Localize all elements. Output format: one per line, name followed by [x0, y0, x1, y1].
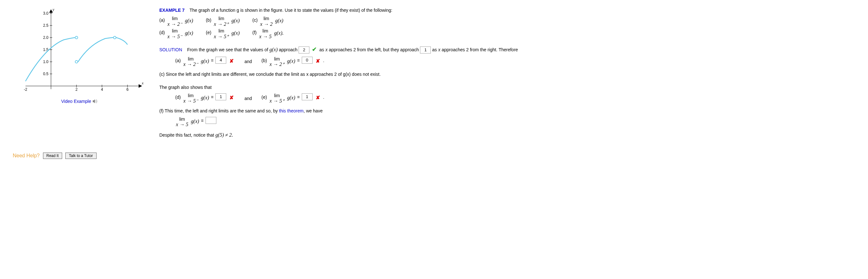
parts-row-1: (a) limx → 2⁻ g(x) (b) limx → 2⁺ g(x) (c…: [159, 16, 855, 27]
despite-text: Despite this fact, notice that g(5) ≠ 2.: [159, 131, 855, 140]
sound-icon: [92, 99, 98, 103]
svg-point-24: [75, 61, 78, 63]
svg-text:6: 6: [126, 87, 129, 92]
example-header: EXAMPLE 7 The graph of a function g is s…: [159, 6, 855, 14]
right-panel: EXAMPLE 7 The graph of a function g is s…: [159, 6, 855, 140]
svg-text:2.0: 2.0: [43, 35, 49, 40]
svg-marker-26: [93, 99, 95, 103]
part-e: (e) limx → 5⁺ g(x): [206, 29, 240, 39]
svg-text:-2: -2: [24, 87, 27, 92]
talk-to-tutor-button[interactable]: Talk to a Tutor: [65, 153, 96, 159]
graph-also-text: The graph also shows that: [159, 84, 855, 91]
svg-text:0.5: 0.5: [43, 72, 49, 76]
left-panel: y x 0.5 1.0 1.5 2.0 2.5 3.0: [13, 6, 147, 104]
example-label: EXAMPLE 7: [159, 8, 185, 13]
check-icon: ✔: [312, 46, 317, 53]
eq-f-row: limx → 5 g(x) =: [175, 117, 855, 127]
function-graph: y x 0.5 1.0 1.5 2.0 2.5 3.0: [13, 6, 147, 96]
theorem-link[interactable]: this theorem: [279, 108, 304, 113]
eq-ab-row: (a) limx → 2⁻ g(x) = 4 ✘ and (b) limx → …: [175, 57, 855, 67]
prompt-text: The graph of a function g is shown in th…: [190, 8, 393, 13]
answer-box-a[interactable]: 4: [215, 57, 226, 64]
svg-text:3.0: 3.0: [43, 11, 49, 16]
need-help-label: Need Help?: [13, 153, 40, 159]
solution-block: SOLUTION From the graph we see that the …: [159, 44, 855, 55]
parts-row-2: (d) limx → 5⁻ g(x) (e) limx → 5⁺ g(x) (f…: [159, 29, 855, 39]
x-icon: ✘: [229, 93, 234, 102]
svg-text:1.0: 1.0: [43, 60, 49, 64]
answer-box-1[interactable]: 2: [299, 46, 309, 54]
x-icon: ✘: [316, 93, 320, 102]
svg-text:y: y: [52, 7, 55, 12]
svg-text:2.5: 2.5: [43, 23, 49, 28]
svg-text:2: 2: [75, 87, 78, 92]
part-b: (b) limx → 2⁺ g(x): [206, 16, 240, 27]
part-f: (f) limx → 5 g(x).: [252, 29, 284, 39]
x-icon: ✘: [316, 57, 320, 66]
svg-point-23: [75, 36, 78, 39]
part-d: (d) limx → 5⁻ g(x): [159, 29, 193, 39]
x-icon: ✘: [229, 57, 234, 66]
part-a: (a) limx → 2⁻ g(x): [159, 16, 193, 27]
answer-box-b[interactable]: 0: [302, 57, 313, 64]
video-example-link[interactable]: Video Example: [61, 99, 98, 104]
answer-box-d[interactable]: 1: [215, 93, 226, 100]
svg-text:4: 4: [101, 87, 103, 92]
answer-box-e[interactable]: 1: [302, 93, 313, 100]
answer-box-f[interactable]: [206, 117, 216, 124]
read-it-button[interactable]: Read It: [43, 153, 62, 159]
part-c-text: (c) Since the left and right limits are …: [159, 70, 855, 79]
svg-text:x: x: [142, 81, 144, 85]
part-f-text: (f) This time, the left and right limits…: [159, 107, 855, 115]
svg-point-25: [114, 36, 116, 39]
eq-de-row: (d) limx → 5⁻ g(x) = 1 ✘ and (e) limx → …: [175, 93, 855, 104]
help-row: Need Help? Read It Talk to a Tutor: [13, 153, 855, 159]
part-c: (c) limx → 2 g(x): [252, 16, 283, 27]
solution-label: SOLUTION: [159, 47, 182, 52]
answer-box-2[interactable]: 1: [420, 46, 431, 54]
